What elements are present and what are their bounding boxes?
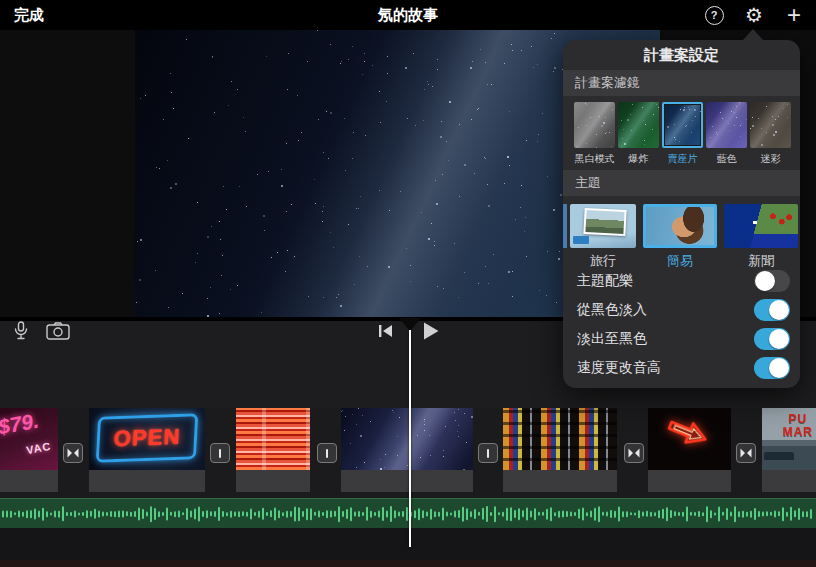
transition-crossfade-button[interactable] — [624, 443, 644, 463]
waveform-bar — [406, 507, 408, 521]
transition-cut-button[interactable] — [210, 443, 230, 463]
star — [472, 61, 473, 62]
waveform-bar — [770, 512, 772, 516]
star — [471, 416, 473, 418]
star — [741, 123, 742, 124]
bottom-edge-strip — [0, 560, 816, 567]
clip-vacancy-sign[interactable]: $79. VAC — [0, 408, 58, 470]
star — [437, 59, 438, 60]
star — [507, 156, 509, 158]
star — [159, 168, 160, 169]
clip-milky-way[interactable] — [341, 408, 473, 470]
clip-red-blinds[interactable] — [236, 408, 310, 470]
transition-crossfade-button[interactable] — [736, 443, 756, 463]
star — [413, 53, 414, 54]
star — [739, 102, 740, 103]
filter-camo[interactable]: 迷彩 — [750, 102, 791, 148]
star — [330, 232, 331, 233]
theme-partial-thumb[interactable] — [563, 204, 567, 248]
filter-bw[interactable]: 黑白模式 — [574, 102, 615, 148]
waveform-bar — [182, 512, 184, 515]
filter-blue[interactable]: 藍色 — [706, 102, 747, 148]
star — [348, 59, 349, 60]
star — [512, 271, 513, 272]
play-button[interactable] — [420, 320, 442, 342]
waveform-bar — [558, 511, 560, 518]
fade-in-from-black-switch[interactable] — [754, 299, 790, 321]
star — [508, 271, 510, 273]
clip-audio-bar[interactable] — [762, 470, 816, 492]
theme-music-switch[interactable] — [754, 270, 790, 292]
waveform-bar — [138, 508, 140, 521]
help-icon: ? — [705, 6, 724, 25]
star — [685, 126, 686, 127]
star — [470, 67, 472, 69]
star — [464, 164, 466, 166]
star — [590, 117, 591, 118]
star — [576, 146, 577, 147]
speed-changes-pitch-switch[interactable] — [754, 357, 790, 379]
playhead[interactable] — [409, 330, 411, 547]
clip-open-sign[interactable]: OPEN — [89, 408, 205, 470]
clip-audio-bar[interactable] — [89, 470, 205, 492]
star — [170, 73, 171, 74]
star — [515, 219, 516, 220]
star — [356, 424, 357, 425]
star — [333, 247, 334, 248]
waveform-bar — [614, 511, 616, 518]
waveform-bar — [350, 507, 352, 521]
star — [712, 126, 713, 127]
waveform-bar — [26, 510, 28, 518]
toggle-row-fade-out: 淡出至黑色 — [563, 324, 800, 353]
star — [175, 183, 177, 185]
star — [526, 256, 527, 257]
add-media-button[interactable]: + — [782, 0, 806, 30]
waveform-bar — [102, 512, 104, 517]
filter-blockbuster[interactable]: 賣座片 — [662, 102, 703, 148]
theme-simple[interactable]: 簡易 — [643, 204, 717, 248]
waveform-bar — [634, 513, 636, 516]
transition-cut-button[interactable] — [478, 443, 498, 463]
star — [362, 74, 363, 75]
star — [358, 408, 359, 409]
clip-audio-bar[interactable] — [0, 470, 58, 492]
star — [219, 313, 220, 314]
star — [344, 430, 345, 431]
open-sign-frame: OPEN — [96, 413, 199, 462]
clip-audio-bar[interactable] — [236, 470, 310, 492]
waveform-bar — [306, 508, 308, 520]
clip-market-sign[interactable]: PU MAR — [762, 408, 816, 470]
star — [362, 415, 363, 416]
clip-audio-bar[interactable] — [341, 470, 473, 492]
filter-blast[interactable]: 爆炸 — [618, 102, 659, 148]
record-voiceover-button[interactable] — [10, 320, 32, 342]
transition-crossfade-button[interactable] — [63, 443, 83, 463]
star — [345, 416, 346, 417]
settings-button[interactable]: ⚙ — [742, 0, 766, 30]
star — [783, 108, 784, 109]
clip-neon-arrow[interactable] — [648, 408, 731, 470]
waveform-bar — [66, 512, 68, 516]
star — [261, 312, 262, 313]
skip-to-start-button[interactable] — [376, 322, 396, 340]
waveform-bar — [226, 512, 228, 516]
waveform-bar — [150, 506, 152, 522]
background-audio-track[interactable] — [0, 498, 816, 529]
help-button[interactable]: ? — [702, 0, 726, 30]
transition-cut-button[interactable] — [317, 443, 337, 463]
clip-audio-bar[interactable] — [503, 470, 617, 492]
star — [440, 136, 442, 138]
clip-city-neon[interactable] — [503, 408, 617, 470]
theme-news[interactable]: 新聞 — [724, 204, 798, 248]
star — [197, 202, 198, 203]
waveform-bar — [266, 512, 268, 516]
theme-travel[interactable]: 旅行 — [570, 204, 636, 248]
clip-audio-bar[interactable] — [648, 470, 731, 492]
waveform-bar — [378, 511, 380, 518]
record-video-button[interactable] — [44, 320, 72, 342]
star — [226, 209, 227, 210]
theme-news-thumb — [724, 204, 798, 248]
fade-out-to-black-switch[interactable] — [754, 328, 790, 350]
star — [239, 186, 240, 187]
waveform-bar — [466, 508, 468, 520]
